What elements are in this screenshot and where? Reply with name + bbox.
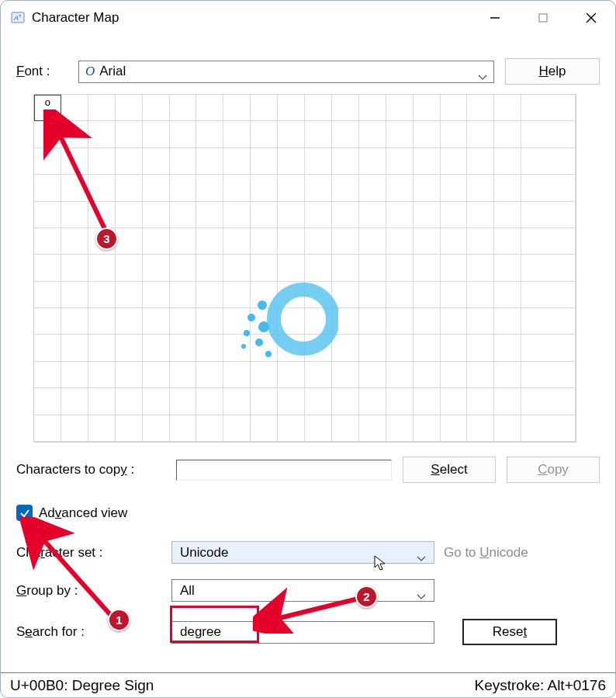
grid-cell[interactable] (116, 175, 143, 201)
grid-cell[interactable] (494, 362, 521, 388)
grid-cell[interactable] (467, 228, 494, 255)
grid-cell[interactable] (467, 175, 494, 201)
grid-cell-selected[interactable]: o (34, 95, 61, 121)
grid-cell[interactable] (549, 95, 576, 121)
grid-cell[interactable] (359, 121, 386, 148)
close-button[interactable] (567, 1, 615, 35)
grid-cell[interactable] (521, 388, 549, 415)
grid-cell[interactable] (467, 415, 494, 442)
grid-cell[interactable] (278, 362, 305, 388)
grid-cell[interactable] (170, 388, 197, 415)
grid-cell[interactable] (521, 202, 549, 228)
grid-cell[interactable] (196, 95, 223, 121)
grid-cell[interactable] (170, 202, 197, 228)
grid-cell[interactable] (441, 202, 468, 228)
grid-cell[interactable] (521, 282, 549, 308)
grid-cell[interactable] (143, 282, 170, 308)
grid-cell[interactable] (386, 202, 414, 228)
grid-cell[interactable] (359, 282, 386, 308)
grid-cell[interactable] (278, 148, 305, 175)
grid-cell[interactable] (441, 121, 468, 148)
grid-cell[interactable] (332, 175, 359, 201)
grid-cell[interactable] (61, 175, 88, 201)
grid-cell[interactable] (494, 148, 521, 175)
grid-cell[interactable] (116, 148, 143, 175)
grid-cell[interactable] (549, 415, 576, 442)
grid-cell[interactable] (386, 228, 414, 255)
grid-cell[interactable] (278, 415, 305, 442)
grid-cell[interactable] (278, 255, 305, 281)
grid-cell[interactable] (332, 362, 359, 388)
grid-cell[interactable] (332, 415, 359, 442)
grid-cell[interactable] (414, 282, 441, 308)
grid-cell[interactable] (521, 415, 549, 442)
grid-cell[interactable] (61, 148, 88, 175)
grid-cell[interactable] (34, 175, 61, 201)
grid-cell[interactable] (223, 308, 251, 335)
grid-cell[interactable] (61, 95, 88, 121)
grid-cell[interactable] (223, 202, 251, 228)
grid-cell[interactable] (116, 282, 143, 308)
grid-cell[interactable] (61, 121, 88, 148)
grid-cell[interactable] (386, 95, 414, 121)
grid-cell[interactable] (223, 148, 251, 175)
grid-cell[interactable] (116, 335, 143, 361)
grid-cell[interactable] (414, 175, 441, 201)
grid-cell[interactable] (521, 308, 549, 335)
grid-cell[interactable] (521, 121, 549, 148)
grid-cell[interactable] (494, 95, 521, 121)
grid-cell[interactable] (251, 282, 278, 308)
grid-cell[interactable] (223, 415, 251, 442)
grid-cell[interactable] (441, 282, 468, 308)
grid-cell[interactable] (34, 121, 61, 148)
search-input[interactable]: degree (171, 621, 434, 644)
grid-cell[interactable] (278, 175, 305, 201)
grid-cell[interactable] (549, 362, 576, 388)
grid-cell[interactable] (414, 362, 441, 388)
grid-cell[interactable] (170, 95, 197, 121)
grid-cell[interactable] (549, 121, 576, 148)
grid-cell[interactable] (467, 255, 494, 281)
grid-cell[interactable] (61, 362, 88, 388)
grid-cell[interactable] (386, 148, 414, 175)
grid-cell[interactable] (494, 121, 521, 148)
maximize-button[interactable] (519, 1, 567, 35)
grid-cell[interactable] (116, 121, 143, 148)
grid-cell[interactable] (414, 121, 441, 148)
grid-cell[interactable] (305, 388, 332, 415)
grid-cell[interactable] (170, 308, 197, 335)
grid-cell[interactable] (359, 255, 386, 281)
grid-cell[interactable] (196, 121, 223, 148)
grid-cell[interactable] (251, 228, 278, 255)
grid-cell[interactable] (116, 415, 143, 442)
grid-cell[interactable] (386, 121, 414, 148)
grid-cell[interactable] (278, 308, 305, 335)
grid-cell[interactable] (251, 415, 278, 442)
grid-cell[interactable] (441, 175, 468, 201)
grid-cell[interactable] (386, 282, 414, 308)
grid-cell[interactable] (170, 255, 197, 281)
grid-cell[interactable] (196, 202, 223, 228)
grid-cell[interactable] (223, 282, 251, 308)
grid-cell[interactable] (414, 388, 441, 415)
grid-cell[interactable] (88, 415, 116, 442)
grid-cell[interactable] (332, 335, 359, 361)
grid-cell[interactable] (170, 415, 197, 442)
grid-cell[interactable] (467, 148, 494, 175)
grid-cell[interactable] (223, 388, 251, 415)
grid-cell[interactable] (196, 308, 223, 335)
select-button[interactable]: Select (403, 457, 496, 483)
grid-cell[interactable] (61, 255, 88, 281)
grid-cell[interactable] (143, 388, 170, 415)
grid-cell[interactable] (521, 148, 549, 175)
grid-cell[interactable] (549, 282, 576, 308)
grid-cell[interactable] (223, 362, 251, 388)
grid-cell[interactable] (116, 308, 143, 335)
grid-cell[interactable] (251, 95, 278, 121)
grid-cell[interactable] (196, 282, 223, 308)
advanced-view-checkbox[interactable] (16, 505, 33, 521)
grid-cell[interactable] (332, 228, 359, 255)
grid-cell[interactable] (359, 308, 386, 335)
grid-cell[interactable] (359, 95, 386, 121)
grid-cell[interactable] (88, 362, 116, 388)
